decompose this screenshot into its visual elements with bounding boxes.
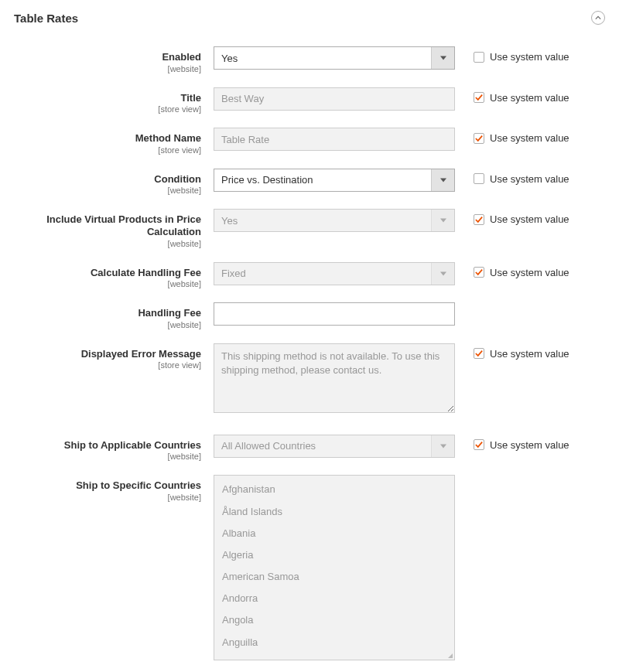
- chevron-up-icon: [595, 15, 601, 21]
- country-option[interactable]: Anguilla: [214, 632, 454, 653]
- scope-error-msg: [store view]: [14, 360, 201, 370]
- checkbox-include-virtual-usesys-label[interactable]: Use system value: [490, 213, 569, 225]
- country-option[interactable]: Antarctica: [214, 653, 454, 660]
- caret-down-icon: [431, 169, 454, 191]
- multiselect-ship-specific[interactable]: AfghanistanÅland IslandsAlbaniaAlgeriaAm…: [214, 475, 455, 660]
- textarea-error-msg[interactable]: This shipping method is not available. T…: [214, 343, 455, 413]
- scope-handling-fee: [website]: [14, 320, 201, 329]
- checkbox-condition-usesys[interactable]: [474, 173, 484, 184]
- select-handling-calc-value: Fixed: [214, 263, 431, 285]
- checkbox-method-name-usesys-label[interactable]: Use system value: [490, 132, 569, 144]
- caret-down-icon: [431, 47, 454, 69]
- row-condition: Condition [website] Price vs. Destinatio…: [14, 169, 605, 196]
- country-option[interactable]: Angola: [214, 609, 454, 631]
- select-ship-applicable[interactable]: All Allowed Countries: [214, 435, 455, 458]
- row-include-virtual: Include Virtual Products in Price Calcul…: [14, 209, 605, 247]
- checkbox-method-name-usesys[interactable]: [474, 133, 484, 144]
- country-option[interactable]: Andorra: [214, 588, 454, 609]
- label-enabled: Enabled: [14, 51, 201, 63]
- resize-handle-icon[interactable]: [445, 650, 454, 660]
- checkbox-enabled-usesys[interactable]: [474, 52, 484, 63]
- checkbox-include-virtual-usesys[interactable]: [474, 214, 484, 225]
- label-handling-calc: Calculate Handling Fee: [14, 267, 201, 279]
- select-handling-calc[interactable]: Fixed: [214, 262, 455, 285]
- row-enabled: Enabled [website] Yes Use system value: [14, 46, 605, 73]
- row-title: Title [store view] Use system value: [14, 87, 605, 114]
- input-method-name[interactable]: [214, 128, 455, 151]
- country-option[interactable]: Afghanistan: [214, 479, 454, 500]
- label-condition: Condition: [14, 173, 201, 186]
- row-handling-calc: Calculate Handling Fee [website] Fixed U…: [14, 262, 605, 289]
- input-handling-fee[interactable]: [214, 302, 455, 326]
- scope-method-name: [store view]: [14, 145, 201, 155]
- select-ship-applicable-value: All Allowed Countries: [214, 435, 431, 457]
- checkbox-error-msg-usesys[interactable]: [474, 348, 484, 359]
- caret-down-icon: [431, 263, 454, 285]
- input-title[interactable]: [214, 87, 455, 111]
- row-handling-fee: Handling Fee [website]: [14, 302, 605, 329]
- section-title: Table Rates: [14, 12, 78, 25]
- scope-ship-specific: [website]: [14, 493, 201, 502]
- select-enabled-value: Yes: [214, 47, 431, 69]
- caret-down-icon: [431, 435, 454, 457]
- checkbox-error-msg-usesys-label[interactable]: Use system value: [490, 348, 569, 360]
- row-ship-applicable: Ship to Applicable Countries [website] A…: [14, 435, 605, 462]
- label-ship-applicable: Ship to Applicable Countries: [14, 439, 201, 452]
- scope-handling-calc: [website]: [14, 279, 201, 288]
- row-ship-specific: Ship to Specific Countries [website] Afg…: [14, 475, 605, 660]
- row-method-name: Method Name [store view] Use system valu…: [14, 128, 605, 155]
- country-option[interactable]: Åland Islands: [214, 501, 454, 523]
- country-option[interactable]: American Samoa: [214, 566, 454, 588]
- section-header: Table Rates: [14, 11, 605, 25]
- label-method-name: Method Name: [14, 132, 201, 145]
- scope-title: [store view]: [14, 104, 201, 114]
- country-option[interactable]: Algeria: [214, 544, 454, 566]
- checkbox-enabled-usesys-label[interactable]: Use system value: [490, 51, 569, 63]
- label-handling-fee: Handling Fee: [14, 307, 201, 319]
- select-condition-value: Price vs. Destination: [214, 169, 431, 191]
- label-title: Title: [14, 92, 201, 104]
- select-include-virtual-value: Yes: [214, 210, 431, 231]
- row-error-msg: Displayed Error Message [store view] Thi…: [14, 343, 605, 413]
- select-include-virtual[interactable]: Yes: [214, 209, 455, 232]
- checkbox-handling-calc-usesys[interactable]: [474, 267, 484, 278]
- collapse-toggle[interactable]: [591, 11, 605, 25]
- scope-ship-applicable: [website]: [14, 452, 201, 461]
- scope-include-virtual: [website]: [14, 239, 201, 248]
- caret-down-icon: [431, 210, 454, 231]
- label-ship-specific: Ship to Specific Countries: [14, 479, 201, 492]
- scope-enabled: [website]: [14, 64, 201, 73]
- label-error-msg: Displayed Error Message: [14, 348, 201, 360]
- checkbox-condition-usesys-label[interactable]: Use system value: [490, 173, 569, 185]
- select-enabled[interactable]: Yes: [214, 46, 455, 70]
- country-option[interactable]: Albania: [214, 523, 454, 544]
- select-condition[interactable]: Price vs. Destination: [214, 169, 455, 192]
- scope-condition: [website]: [14, 186, 201, 195]
- checkbox-ship-applicable-usesys-label[interactable]: Use system value: [490, 439, 569, 451]
- checkbox-title-usesys[interactable]: [474, 92, 484, 103]
- checkbox-handling-calc-usesys-label[interactable]: Use system value: [490, 267, 569, 278]
- multiselect-list[interactable]: AfghanistanÅland IslandsAlbaniaAlgeriaAm…: [214, 476, 454, 660]
- label-include-virtual: Include Virtual Products in Price Calcul…: [14, 213, 201, 237]
- checkbox-ship-applicable-usesys[interactable]: [474, 439, 484, 450]
- checkbox-title-usesys-label[interactable]: Use system value: [490, 92, 569, 104]
